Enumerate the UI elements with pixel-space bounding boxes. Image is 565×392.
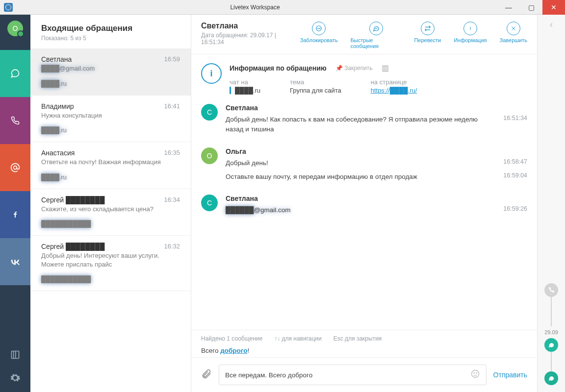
conv-time: 16:59 — [164, 55, 180, 63]
chat-scroll[interactable]: i Информация по обращению 📌 Закрепить ▥ … — [191, 54, 537, 330]
svg-point-14 — [473, 373, 474, 373]
block-label: Заблокировать — [300, 37, 338, 43]
current-user-avatar[interactable]: О — [7, 21, 23, 36]
send-button[interactable]: Отправить — [493, 371, 527, 379]
rail-tab-vk[interactable] — [0, 238, 30, 285]
transfer-icon — [421, 22, 435, 35]
maximize-button[interactable]: ▢ — [520, 0, 542, 15]
message-text: Добрый день! — [226, 158, 268, 168]
conv-name: Владимир — [41, 102, 74, 110]
page-link[interactable]: https://████.ru/ — [371, 87, 417, 94]
close-window-button[interactable]: ✕ — [542, 0, 565, 15]
search-result-line: Всего доброго! — [201, 347, 527, 354]
message-time: 16:51:34 — [503, 115, 527, 135]
nav-rail: О — [0, 15, 30, 392]
topic-label: тема — [290, 78, 341, 86]
conversation-item[interactable]: Сергей ████████16:34 Скажите, из чего ск… — [30, 189, 191, 236]
pin-label: Закрепить — [344, 65, 372, 72]
close-label: Завершить — [500, 37, 527, 43]
library-icon[interactable] — [10, 350, 20, 360]
page-label: на странице — [371, 78, 417, 86]
quick-messages-action[interactable]: Быстрые сообщения — [351, 22, 402, 49]
collapse-panel-icon[interactable] — [548, 22, 555, 30]
message: С Светлана██████@gmail.com16:59:26 — [201, 195, 527, 219]
rail-tab-facebook[interactable] — [0, 191, 30, 238]
transfer-action[interactable]: Перевести — [414, 22, 441, 49]
settings-icon[interactable] — [10, 372, 21, 383]
conv-time: 16:34 — [164, 196, 180, 204]
chat-on-value: ████.ru — [230, 87, 260, 94]
message: С СветланаДобрый день! Как попасть к вам… — [201, 104, 527, 139]
conv-time: 16:35 — [164, 149, 180, 157]
timeline-phone-icon[interactable] — [544, 283, 558, 297]
rail-tab-call[interactable] — [0, 97, 30, 144]
vk-icon — [10, 258, 21, 265]
svg-point-0 — [14, 166, 17, 170]
conversation-item[interactable]: Сергей ████████16:32 Добрый день! Интере… — [30, 236, 191, 291]
mail-icon — [10, 163, 20, 172]
conv-site: ███████████ — [41, 275, 180, 283]
conv-time: 16:41 — [164, 102, 180, 110]
chat-on-label: чат на — [230, 78, 260, 86]
message-author: Светлана — [226, 104, 527, 112]
info-action[interactable]: Информация — [454, 22, 487, 49]
close-action[interactable]: Завершить — [500, 22, 527, 49]
compose-bar: Отправить — [191, 357, 537, 392]
conversation-item[interactable]: Анастасия16:35 Ответьте на почту! Важная… — [30, 142, 191, 189]
svg-point-7 — [376, 28, 376, 29]
message-time: 16:59:04 — [503, 172, 527, 182]
quick-messages-icon — [369, 22, 383, 35]
phone-icon — [11, 116, 20, 125]
chat-pane: Светлана Дата обращения: 29.09.17 | 16:5… — [191, 15, 538, 392]
message-input-wrap[interactable] — [219, 365, 487, 385]
contact-name: Светлана — [201, 22, 300, 30]
panel-icon[interactable]: ▥ — [382, 63, 389, 73]
block-action[interactable]: Заблокировать — [300, 22, 338, 49]
search-results-bar: Найдено 1 сообщение ↑↓ для навигации Esc… — [191, 330, 537, 357]
info-card: i Информация по обращению 📌 Закрепить ▥ … — [201, 63, 527, 94]
rail-tab-mail[interactable] — [0, 144, 30, 191]
message-author: Ольга — [226, 147, 527, 155]
conv-site: ████.ru — [41, 80, 180, 87]
conv-site: ███████████ — [41, 220, 180, 227]
pin-button[interactable]: 📌 Закрепить — [335, 65, 373, 72]
message-avatar: О — [201, 147, 218, 164]
message-avatar: С — [201, 104, 218, 121]
conversation-item[interactable]: Светлана16:59 ████@gmail.com ████.ru — [30, 49, 191, 96]
conv-preview: Нужна консультация — [41, 111, 180, 120]
close-icon — [507, 22, 520, 35]
message-input[interactable] — [225, 371, 470, 379]
svg-point-8 — [377, 28, 377, 29]
chat-icon — [10, 69, 20, 78]
emoji-icon[interactable] — [470, 369, 480, 381]
message: О ОльгаДобрый день!16:58:47Оставьте вашу… — [201, 147, 527, 186]
sidebar-title: Входящие обращения — [41, 24, 180, 33]
message-text: Оставьте вашу почту, я передам информаци… — [226, 172, 417, 182]
app-icon — [4, 3, 13, 12]
rail-tab-chat[interactable] — [0, 50, 30, 97]
conv-site: ████.ru — [41, 173, 180, 181]
timeline-date: 29.09 — [544, 329, 558, 335]
facebook-icon — [12, 210, 18, 220]
timeline-chat-icon[interactable] — [544, 338, 558, 352]
minimize-button[interactable]: — — [497, 0, 520, 15]
conv-preview: ████@gmail.com — [41, 64, 180, 73]
contact-meta: Дата обращения: 29.09.17 | 16:51:34 — [201, 32, 300, 46]
svg-point-9 — [470, 27, 471, 27]
svg-point-6 — [375, 28, 375, 29]
attach-icon[interactable] — [201, 368, 212, 381]
titlebar: Livetex Workspace — ▢ ✕ — [0, 0, 565, 15]
conv-preview: Добрый день! Интересуют ваши услуги. Мож… — [41, 251, 180, 269]
message-time: 16:59:26 — [503, 205, 527, 215]
transfer-label: Перевести — [414, 37, 441, 43]
message-author: Светлана — [226, 195, 527, 202]
timeline-chat-current-icon[interactable] — [544, 371, 558, 385]
window-title: Livetex Workspace — [13, 4, 497, 11]
search-nav-hint: ↑↓ для навигации — [274, 335, 322, 342]
topic-value: Группа для сайта — [290, 87, 341, 94]
conversation-item[interactable]: Владимир16:41 Нужна консультация ████.ru — [30, 96, 191, 143]
quick-messages-label: Быстрые сообщения — [351, 37, 402, 49]
sidebar-subtitle: Показано: 5 из 5 — [41, 35, 180, 42]
conv-preview: Скажите, из чего складывается цена? — [41, 205, 180, 214]
svg-point-15 — [476, 373, 476, 373]
